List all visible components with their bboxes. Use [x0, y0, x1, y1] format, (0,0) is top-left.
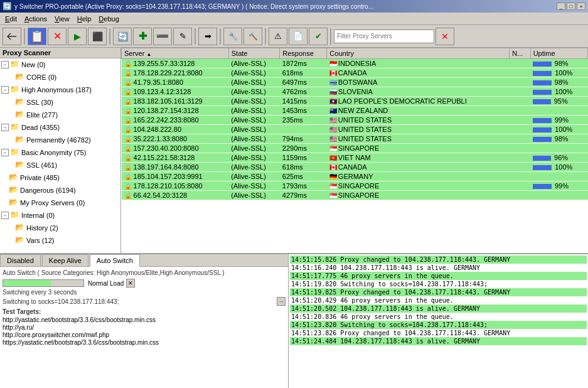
cell-state: (Alive-SSL) [228, 153, 280, 163]
expand-dead[interactable]: - [1, 124, 9, 131]
folder-icon-perm: 📂 [15, 135, 25, 145]
table-row[interactable]: 🔒 185.104.157.203:9991 (Alive-SSL) 625ms… [122, 172, 588, 181]
col-uptime[interactable]: Uptime [530, 48, 587, 59]
sidebar: Proxy Scanner - 📁 New (0) 📂 CORE (0) - [0, 48, 121, 253]
cell-server: 🔒 120.138.27.154:3128 [122, 106, 229, 116]
menu-bar: Edit Actions View Help Debug [0, 13, 588, 25]
sidebar-item-vars[interactable]: 📂 Vars (12) [0, 234, 120, 247]
close-switch-button[interactable]: ✕ [126, 279, 135, 288]
folder-icon-ssl30: 📂 [15, 97, 25, 107]
toolbar-new-button[interactable]: 📋 [28, 28, 46, 45]
toolbar-more-button[interactable]: 🔨 [243, 28, 262, 45]
cell-country: 🇸🇬SINGAPORE [327, 191, 510, 200]
menu-help[interactable]: Help [73, 14, 95, 24]
tab-auto-switch[interactable]: Auto Switch [90, 254, 140, 267]
menu-debug[interactable]: Debug [95, 14, 122, 24]
menu-actions[interactable]: Actions [21, 14, 51, 24]
log-area[interactable]: 14:51:15.826 Proxy changed to 104.238.17… [289, 254, 588, 388]
table-row[interactable]: 🔒 41.79.35.1:8080 (Alive-SSL) 6497ms 🇧🇼B… [122, 78, 588, 87]
table-row[interactable]: 🔒 178.128.210.105:8080 (Alive-SSL) 1793m… [122, 181, 588, 191]
title-bar: 🔄 y Switcher PRO-portable (Active Proxy:… [0, 0, 588, 13]
toolbar-check-button[interactable]: ✔ [309, 28, 328, 45]
table-row[interactable]: 🔒 42.115.221.58:3128 (Alive-SSL) 1159ms … [122, 153, 588, 163]
folder-icon-ssl461: 📂 [15, 160, 25, 170]
filter-clear-button[interactable]: ✕ [436, 28, 454, 45]
filter-input[interactable] [334, 30, 434, 43]
sidebar-item-history[interactable]: 📂 History (2) [0, 222, 120, 234]
sidebar-item-private[interactable]: 📂 Private (485) [0, 171, 120, 184]
sidebar-item-ssl461[interactable]: 📂 SSL (461) [0, 159, 120, 171]
table-row[interactable]: 🔒 165.22.242.233:8080 (Alive-SSL) 235ms … [122, 116, 588, 125]
cell-server: 🔒 35.222.1.33:8080 [122, 134, 229, 144]
menu-view[interactable]: View [51, 14, 73, 24]
toolbar-add-button[interactable]: ✚ [133, 28, 152, 45]
folder-icon-dead: 📁 [10, 122, 20, 132]
sidebar-item-ssl30[interactable]: 📂 SSL (30) [0, 96, 120, 109]
toolbar-doc-button[interactable]: 📄 [289, 28, 307, 45]
toolbar-separator-2 [109, 28, 110, 45]
toolbar-play-button[interactable]: ▶ [68, 28, 87, 45]
col-country[interactable]: Country [327, 48, 510, 59]
sidebar-item-basic[interactable]: - 📁 Basic Anonymity (75) [0, 146, 120, 159]
sidebar-item-high-anon[interactable]: - 📁 High Anonymous (187) [0, 84, 120, 96]
toolbar-minus-button[interactable]: ➖ [153, 28, 172, 45]
col-server[interactable]: Server ▲ [122, 48, 229, 59]
maximize-button[interactable]: □ [567, 3, 575, 10]
table-row[interactable]: 🔒 178.128.229.221:8080 (Alive-SSL) 618ms… [122, 68, 588, 78]
sidebar-myproxy-label: My Proxy Servers (0) [20, 199, 85, 207]
table-row[interactable]: 🔒 109.123.4.12:3128 (Alive-SSL) 4762ms 🇸… [122, 87, 588, 97]
sidebar-item-new[interactable]: - 📁 New (0) [0, 58, 120, 71]
toolbar-stop-button[interactable]: ⬛ [88, 28, 107, 45]
tab-keep-alive[interactable]: Keep Alive [42, 254, 88, 266]
cell-n [510, 134, 530, 144]
menu-edit[interactable]: Edit [1, 14, 21, 24]
col-response[interactable]: Response [280, 48, 327, 59]
expand-new[interactable]: - [1, 61, 9, 68]
sidebar-item-internal[interactable]: - 📁 Internal (0) [0, 209, 120, 222]
minimize-button[interactable]: _ [557, 3, 565, 10]
toolbar-refresh-button[interactable]: 🔄 [113, 28, 132, 45]
table-row[interactable]: 🔒 104.248.222.80 (Alive-SSL) 🇺🇸UNITED ST… [122, 125, 588, 134]
table-row[interactable]: 🔒 183.182.105.161:3129 (Alive-SSL) 1415m… [122, 97, 588, 106]
table-row[interactable]: 🔒 120.138.27.154:3128 (Alive-SSL) 1453ms… [122, 106, 588, 116]
table-row[interactable]: 🔒 157.230.40.200:8080 (Alive-SSL) 2290ms… [122, 144, 588, 153]
sidebar-internal-label: Internal (0) [21, 212, 55, 219]
toolbar-edit-button[interactable]: ✎ [173, 28, 192, 45]
sidebar-item-dangerous[interactable]: 📂 Dangerous (6194) [0, 184, 120, 197]
sidebar-item-dead[interactable]: - 📁 Dead (4355) [0, 121, 120, 134]
toolbar-delete-button[interactable]: ✕ [48, 28, 67, 45]
toolbar-export-button[interactable]: ➡ [198, 28, 217, 45]
toolbar-tools-button[interactable]: 🔧 [223, 28, 242, 45]
table-row[interactable]: 🔒 138.197.164.84:8080 (Alive-SSL) 618ms … [122, 163, 588, 172]
table-row[interactable]: 🔒 35.222.1.33:8080 (Alive-SSL) 794ms 🇺🇸U… [122, 134, 588, 144]
expand-high-anon[interactable]: - [1, 86, 9, 94]
tab-disabled[interactable]: Disabled [0, 254, 41, 266]
switch-arrow-button[interactable]: → [277, 297, 286, 306]
toolbar-warning-button[interactable]: ⚠ [269, 28, 287, 45]
table-row[interactable]: 🔒 139.255.57.33:3128 (Alive-SSL) 1872ms … [122, 59, 588, 68]
col-n[interactable]: N... [510, 48, 530, 59]
sidebar-item-myproxy[interactable]: 📂 My Proxy Servers (0) [0, 197, 120, 209]
folder-icon-private: 📂 [9, 173, 19, 183]
cell-state: (Alive-SSL) [228, 116, 280, 125]
expand-basic[interactable]: - [1, 149, 9, 156]
sidebar-item-elite[interactable]: 📂 Elite (277) [0, 109, 120, 121]
sidebar-item-core[interactable]: 📂 CORE (0) [0, 71, 120, 84]
toolbar-back-button[interactable] [3, 28, 21, 45]
source-info: Auto Switch ( Source Categories: High An… [3, 269, 286, 276]
cell-uptime [530, 106, 587, 116]
folder-icon-elite: 📂 [15, 110, 25, 120]
expand-internal[interactable]: - [1, 212, 9, 219]
cell-response: 618ms [280, 163, 327, 172]
cell-n [510, 153, 530, 163]
proxy-table-container[interactable]: Server ▲ State Response Country N... Upt… [121, 48, 588, 253]
sidebar-header: Proxy Scanner [0, 48, 120, 58]
log-line: 14:51:20.836 46 proxy servers in the que… [290, 313, 587, 321]
cell-state: (Alive-SSL) [228, 78, 280, 87]
col-state[interactable]: State [228, 48, 280, 59]
cell-uptime [530, 172, 587, 181]
cell-uptime: 100% [530, 68, 587, 78]
table-row[interactable]: 🔒 66.42.54.20:3128 (Alive-SSL) 4279ms 🇸🇬… [122, 191, 588, 200]
sidebar-item-perm[interactable]: 📂 Permanently (46782) [0, 134, 120, 146]
close-button[interactable]: × [577, 3, 585, 10]
